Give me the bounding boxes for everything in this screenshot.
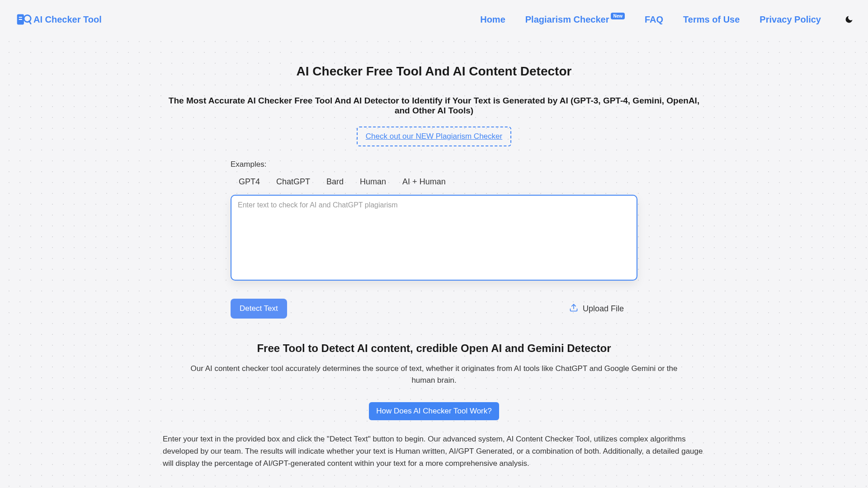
page-title: AI Checker Free Tool And AI Content Dete… — [136, 64, 732, 79]
svg-line-2 — [29, 21, 31, 24]
header: AI Checker Tool Home Plagiarism Checker … — [0, 0, 868, 39]
info-body: Enter your text in the provided box and … — [136, 433, 732, 470]
logo[interactable]: AI Checker Tool — [14, 11, 102, 28]
upload-label: Upload File — [583, 304, 624, 314]
editor-section: Examples: GPT4 ChatGPT Bard Human AI + H… — [231, 160, 637, 319]
upload-icon — [569, 303, 578, 314]
main-content: AI Checker Free Tool And AI Content Dete… — [118, 39, 750, 488]
nav-plagiarism-label: Plagiarism Checker — [525, 14, 609, 25]
example-chatgpt[interactable]: ChatGPT — [274, 175, 312, 188]
example-gpt4[interactable]: GPT4 — [237, 175, 262, 188]
actions-row: Detect Text Upload File — [231, 299, 637, 319]
svg-rect-3 — [19, 17, 23, 18]
nav-faq[interactable]: FAQ — [645, 14, 663, 25]
how-it-works-button[interactable]: How Does AI Checker Tool Work? — [369, 402, 499, 420]
dark-mode-toggle[interactable] — [844, 15, 854, 24]
nav-home[interactable]: Home — [480, 14, 505, 25]
examples-label: Examples: — [231, 160, 637, 169]
plagiarism-banner-link[interactable]: Check out our NEW Plagiarism Checker — [366, 132, 502, 141]
detect-button[interactable]: Detect Text — [231, 299, 287, 319]
examples-row: GPT4 ChatGPT Bard Human AI + Human — [231, 175, 637, 188]
moon-icon — [844, 15, 854, 24]
example-human[interactable]: Human — [358, 175, 388, 188]
nav-privacy[interactable]: Privacy Policy — [760, 14, 821, 25]
new-badge: New — [611, 13, 625, 19]
page-subtitle: The Most Accurate AI Checker Free Tool A… — [163, 96, 705, 116]
logo-icon — [14, 11, 32, 28]
nav-terms[interactable]: Terms of Use — [683, 14, 740, 25]
plagiarism-banner: Check out our NEW Plagiarism Checker — [357, 127, 511, 146]
text-input[interactable] — [231, 195, 637, 281]
info-section: Free Tool to Detect AI content, credible… — [136, 342, 732, 470]
upload-file-button[interactable]: Upload File — [569, 303, 637, 314]
example-bard[interactable]: Bard — [325, 175, 345, 188]
info-intro: Our AI content checker tool accurately d… — [185, 363, 683, 386]
main-nav: Home Plagiarism Checker New FAQ Terms of… — [480, 14, 854, 25]
svg-point-1 — [24, 15, 31, 22]
svg-rect-4 — [19, 19, 23, 20]
info-heading: Free Tool to Detect AI content, credible… — [136, 342, 732, 355]
example-ai-human[interactable]: AI + Human — [401, 175, 448, 188]
logo-text: AI Checker Tool — [33, 14, 102, 25]
nav-plagiarism[interactable]: Plagiarism Checker New — [525, 14, 625, 25]
